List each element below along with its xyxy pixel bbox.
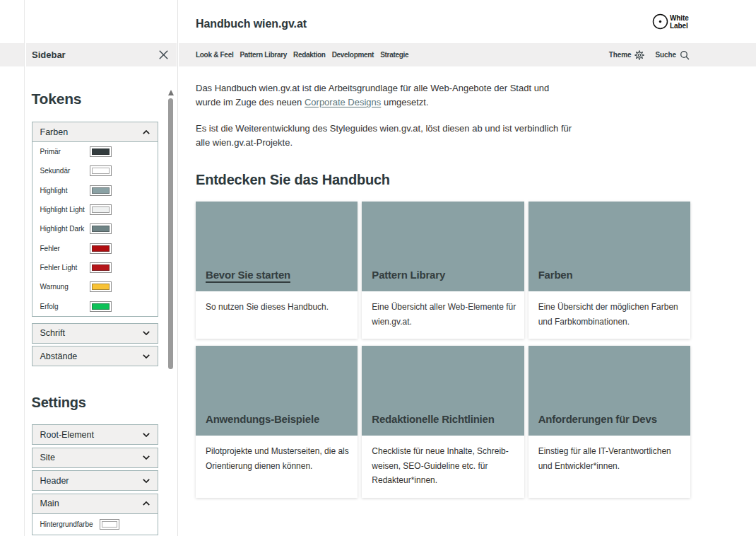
token-row-fehler-light: Fehler Light — [33, 258, 158, 277]
gear-icon — [634, 50, 644, 60]
accordion-main-header[interactable]: Main — [33, 494, 158, 513]
token-row-highlight: Highlight — [33, 181, 158, 200]
color-swatch-erfolg[interactable] — [90, 301, 112, 312]
chevron-down-icon — [143, 479, 150, 483]
theme-button[interactable]: Theme — [609, 50, 645, 60]
intro-paragraph-2: Es ist die Weiterentwicklung des Stylegu… — [196, 122, 574, 150]
accordion-site: Site — [32, 448, 158, 468]
card-bevor-sie-starten[interactable]: Bevor Sie starten So nutzen Sie dieses H… — [196, 202, 358, 339]
nav-item-pattern-library[interactable]: Pattern Library — [240, 51, 287, 59]
accordion-header-setting-header[interactable]: Header — [33, 471, 158, 490]
token-row-highlight-dark: Highlight Dark — [33, 219, 158, 238]
token-row-erfolg: Erfolg — [33, 296, 158, 315]
card-image-block: Redaktionelle Richtlinien — [362, 346, 524, 436]
card-title[interactable]: Anforderungen für Devs — [538, 413, 657, 425]
accordion-abstaende: Abstände — [32, 346, 158, 366]
chevron-down-icon — [143, 354, 150, 359]
card-description: So nutzen Sie dieses Handbuch. — [196, 291, 358, 325]
logo-text: White Label — [670, 14, 689, 30]
accordion-farben-body: Primär Sekundär Highlight Highlight Ligh… — [33, 141, 158, 316]
tokens-heading: Tokens — [32, 90, 158, 108]
search-icon — [680, 50, 690, 60]
token-row-primaer: Primär — [33, 142, 158, 161]
drawer-right-edge — [177, 0, 178, 536]
chevron-down-icon — [143, 331, 150, 335]
page-title: Handbuch wien.gv.at — [196, 18, 307, 30]
card-pattern-library[interactable]: Pattern Library Eine Übersicht aller Web… — [362, 202, 524, 339]
close-button[interactable] — [159, 50, 168, 59]
card-image-block: Anforderungen für Devs — [528, 346, 690, 436]
accordion-main-body: Hintergrundfarbe — [33, 513, 158, 535]
card-description: Checkliste für neue Inhalte, Schreib­wei… — [362, 436, 524, 498]
nav-item-look-feel[interactable]: Look & Feel — [196, 51, 233, 59]
accordion-farben-header[interactable]: Farben — [33, 122, 158, 141]
nav-item-redaktion[interactable]: Redaktion — [293, 51, 326, 59]
card-title[interactable]: Bevor Sie starten — [206, 269, 290, 281]
color-swatch-highlight[interactable] — [90, 185, 112, 196]
color-swatch-warnung[interactable] — [90, 281, 112, 292]
card-redaktionelle-richtlinien[interactable]: Redaktionelle Richtlinien Checkliste für… — [362, 346, 524, 498]
color-swatch-fehler[interactable] — [90, 243, 112, 254]
chevron-down-icon — [143, 455, 150, 460]
main-content: Das Handbuch wien.gv.at ist die Arbeitsg… — [196, 66, 690, 498]
card-description: Einstieg für alle IT-Verantwortlichen un… — [528, 436, 690, 483]
accordion-root-element-header[interactable]: Root-Element — [33, 425, 158, 444]
accordion-main: Main Hintergrundfarbe — [32, 494, 158, 535]
color-swatch-sekundaer[interactable] — [90, 165, 112, 176]
setting-row-hintergrundfarbe: Hintergrundfarbe — [33, 514, 158, 535]
settings-heading: Settings — [32, 393, 158, 412]
token-row-sekundaer: Sekundär — [33, 161, 158, 180]
card-anwendungs-beispiele[interactable]: Anwendungs-Beispiele Pilotprojekte und M… — [196, 346, 358, 498]
card-title[interactable]: Redaktionelle Richtlinien — [372, 413, 494, 425]
chevron-up-icon — [143, 501, 150, 506]
token-row-fehler: Fehler — [33, 238, 158, 257]
card-description: Pilotprojekte und Musterseiten, die als … — [196, 436, 358, 483]
intro-paragraph-1: Das Handbuch wien.gv.at ist die Arbeitsg… — [196, 81, 574, 110]
card-title[interactable]: Anwendungs-Beispiele — [206, 413, 319, 425]
token-row-warnung: Warnung — [33, 277, 158, 296]
search-button[interactable]: Suche — [655, 50, 690, 60]
card-image-block: Pattern Library — [362, 202, 524, 291]
sidebar-drawer: Sidebar Tokens Farben — [24, 0, 179, 536]
sidebar-title: Sidebar — [32, 49, 66, 60]
white-label-logo[interactable]: White Label — [652, 13, 689, 30]
card-description: Eine Übersicht aller Web-Elemente für wi… — [362, 291, 524, 339]
chevron-down-icon — [143, 433, 150, 437]
color-swatch-fehler-light[interactable] — [90, 262, 112, 273]
accordion-schrift: Schrift — [32, 323, 158, 344]
card-image-block: Farben — [528, 202, 690, 291]
logo-circle-icon — [652, 13, 668, 30]
card-image-block: Bevor Sie starten — [196, 202, 358, 291]
card-image-block: Anwendungs-Beispiele — [196, 346, 358, 436]
accordion-header-setting: Header — [32, 470, 158, 491]
card-grid: Bevor Sie starten So nutzen Sie dieses H… — [196, 202, 690, 498]
card-farben[interactable]: Farben Eine Übersicht der möglichen Farb… — [528, 202, 690, 339]
card-title[interactable]: Pattern Library — [372, 269, 445, 281]
nav-item-development[interactable]: Development — [332, 51, 374, 59]
color-swatch-highlight-dark[interactable] — [90, 223, 112, 234]
chevron-up-icon — [143, 130, 150, 134]
nav-item-strategie[interactable]: Strategie — [380, 51, 408, 59]
token-row-highlight-light: Highlight Light — [33, 200, 158, 219]
scrollbar-thumb[interactable] — [168, 98, 173, 369]
accordion-schrift-header[interactable]: Schrift — [33, 324, 158, 343]
accordion-abstaende-header[interactable]: Abstände — [33, 346, 158, 366]
close-icon — [159, 50, 168, 59]
accordion-root-element: Root-Element — [32, 424, 158, 445]
color-swatch-primaer[interactable] — [90, 146, 112, 157]
color-swatch-highlight-light[interactable] — [90, 204, 112, 215]
scrollbar-up-arrow-icon[interactable] — [168, 90, 174, 95]
section-title: Entdecken Sie das Handbuch — [196, 170, 690, 189]
card-title[interactable]: Farben — [538, 269, 573, 281]
accordion-site-header[interactable]: Site — [33, 448, 158, 467]
color-swatch-hintergrundfarbe[interactable] — [100, 519, 119, 530]
corporate-designs-link[interactable]: Corporate Designs — [305, 97, 381, 107]
card-anforderungen-fuer-devs[interactable]: Anforderungen für Devs Einstieg für alle… — [528, 346, 690, 498]
accordion-farben: Farben Primär Sekundär Highlig — [32, 122, 158, 317]
sidebar-header: Sidebar — [26, 43, 177, 66]
card-description: Eine Übersicht der möglichen Farben und … — [528, 291, 690, 339]
